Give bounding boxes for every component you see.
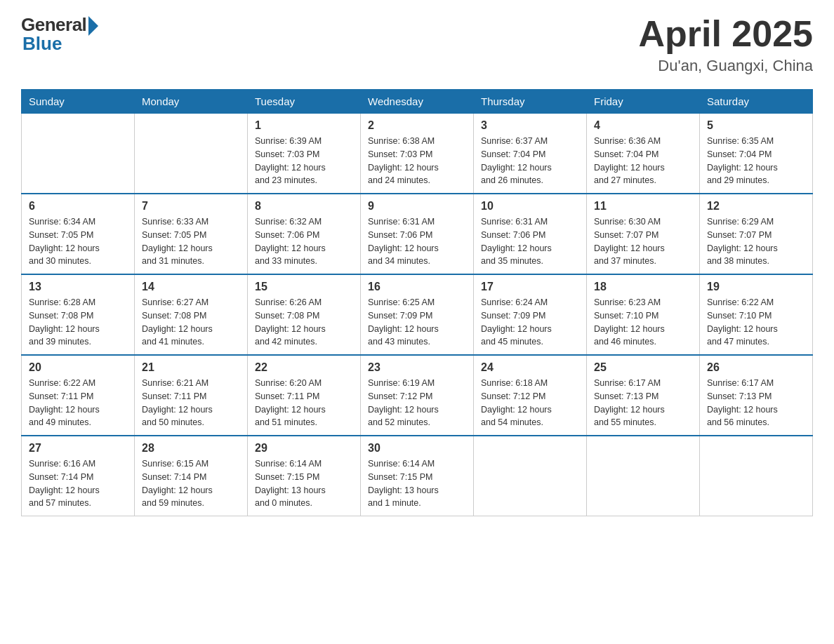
day-number: 27 <box>29 442 127 455</box>
day-number: 17 <box>481 281 579 293</box>
day-cell: 19Sunrise: 6:22 AMSunset: 7:10 PMDayligh… <box>700 274 813 355</box>
day-cell: 29Sunrise: 6:14 AMSunset: 7:15 PMDayligh… <box>248 436 361 516</box>
day-info: Sunrise: 6:38 AMSunset: 7:03 PMDaylight:… <box>368 135 466 187</box>
day-number: 18 <box>594 281 692 293</box>
day-cell: 9Sunrise: 6:31 AMSunset: 7:06 PMDaylight… <box>361 194 474 274</box>
day-number: 19 <box>707 281 805 293</box>
day-number: 9 <box>368 200 466 213</box>
day-info: Sunrise: 6:26 AMSunset: 7:08 PMDaylight:… <box>255 296 353 349</box>
day-cell: 21Sunrise: 6:21 AMSunset: 7:11 PMDayligh… <box>135 355 248 436</box>
day-cell: 3Sunrise: 6:37 AMSunset: 7:04 PMDaylight… <box>474 114 587 194</box>
page-header: General Blue April 2025 Du'an, Guangxi, … <box>21 14 813 75</box>
day-info: Sunrise: 6:36 AMSunset: 7:04 PMDaylight:… <box>594 135 692 187</box>
day-info: Sunrise: 6:15 AMSunset: 7:14 PMDaylight:… <box>142 457 240 510</box>
day-info: Sunrise: 6:17 AMSunset: 7:13 PMDaylight:… <box>594 377 692 429</box>
day-cell: 20Sunrise: 6:22 AMSunset: 7:11 PMDayligh… <box>22 355 135 436</box>
day-number: 2 <box>368 119 466 132</box>
day-info: Sunrise: 6:32 AMSunset: 7:06 PMDaylight:… <box>255 215 353 268</box>
weekday-header-tuesday: Tuesday <box>248 90 361 114</box>
day-cell: 8Sunrise: 6:32 AMSunset: 7:06 PMDaylight… <box>248 194 361 274</box>
week-row-4: 20Sunrise: 6:22 AMSunset: 7:11 PMDayligh… <box>22 355 813 436</box>
day-info: Sunrise: 6:31 AMSunset: 7:06 PMDaylight:… <box>481 215 579 268</box>
weekday-header-friday: Friday <box>587 90 700 114</box>
day-number: 26 <box>707 361 805 374</box>
day-number: 4 <box>594 119 692 132</box>
day-info: Sunrise: 6:14 AMSunset: 7:15 PMDaylight:… <box>255 457 353 510</box>
weekday-header-row: SundayMondayTuesdayWednesdayThursdayFrid… <box>22 90 813 114</box>
day-info: Sunrise: 6:33 AMSunset: 7:05 PMDaylight:… <box>142 215 240 268</box>
day-cell <box>700 436 813 516</box>
day-number: 16 <box>368 281 466 293</box>
day-cell: 28Sunrise: 6:15 AMSunset: 7:14 PMDayligh… <box>135 436 248 516</box>
day-info: Sunrise: 6:14 AMSunset: 7:15 PMDaylight:… <box>368 457 466 510</box>
day-cell: 11Sunrise: 6:30 AMSunset: 7:07 PMDayligh… <box>587 194 700 274</box>
day-cell: 4Sunrise: 6:36 AMSunset: 7:04 PMDaylight… <box>587 114 700 194</box>
day-info: Sunrise: 6:23 AMSunset: 7:10 PMDaylight:… <box>594 296 692 349</box>
day-number: 5 <box>707 119 805 132</box>
day-info: Sunrise: 6:22 AMSunset: 7:11 PMDaylight:… <box>29 377 127 429</box>
day-number: 23 <box>368 361 466 374</box>
day-cell: 7Sunrise: 6:33 AMSunset: 7:05 PMDaylight… <box>135 194 248 274</box>
weekday-header-sunday: Sunday <box>22 90 135 114</box>
day-info: Sunrise: 6:35 AMSunset: 7:04 PMDaylight:… <box>707 135 805 187</box>
day-cell <box>587 436 700 516</box>
day-info: Sunrise: 6:16 AMSunset: 7:14 PMDaylight:… <box>29 457 127 510</box>
day-number: 6 <box>29 200 127 213</box>
day-cell: 30Sunrise: 6:14 AMSunset: 7:15 PMDayligh… <box>361 436 474 516</box>
day-cell: 6Sunrise: 6:34 AMSunset: 7:05 PMDaylight… <box>22 194 135 274</box>
day-cell <box>22 114 135 194</box>
weekday-header-thursday: Thursday <box>474 90 587 114</box>
day-info: Sunrise: 6:29 AMSunset: 7:07 PMDaylight:… <box>707 215 805 268</box>
logo-blue-text: Blue <box>21 33 62 55</box>
day-number: 15 <box>255 281 353 293</box>
day-info: Sunrise: 6:27 AMSunset: 7:08 PMDaylight:… <box>142 296 240 349</box>
day-info: Sunrise: 6:25 AMSunset: 7:09 PMDaylight:… <box>368 296 466 349</box>
week-row-1: 1Sunrise: 6:39 AMSunset: 7:03 PMDaylight… <box>22 114 813 194</box>
logo-triangle-icon <box>88 16 98 36</box>
day-number: 1 <box>255 119 353 132</box>
day-cell: 26Sunrise: 6:17 AMSunset: 7:13 PMDayligh… <box>700 355 813 436</box>
title-block: April 2025 Du'an, Guangxi, China <box>638 14 813 75</box>
calendar-table: SundayMondayTuesdayWednesdayThursdayFrid… <box>21 89 813 516</box>
day-info: Sunrise: 6:37 AMSunset: 7:04 PMDaylight:… <box>481 135 579 187</box>
day-cell: 5Sunrise: 6:35 AMSunset: 7:04 PMDaylight… <box>700 114 813 194</box>
day-number: 20 <box>29 361 127 374</box>
day-number: 11 <box>594 200 692 213</box>
day-cell: 23Sunrise: 6:19 AMSunset: 7:12 PMDayligh… <box>361 355 474 436</box>
day-cell: 12Sunrise: 6:29 AMSunset: 7:07 PMDayligh… <box>700 194 813 274</box>
day-info: Sunrise: 6:34 AMSunset: 7:05 PMDaylight:… <box>29 215 127 268</box>
day-info: Sunrise: 6:20 AMSunset: 7:11 PMDaylight:… <box>255 377 353 429</box>
day-cell: 14Sunrise: 6:27 AMSunset: 7:08 PMDayligh… <box>135 274 248 355</box>
day-number: 28 <box>142 442 240 455</box>
day-cell: 13Sunrise: 6:28 AMSunset: 7:08 PMDayligh… <box>22 274 135 355</box>
day-cell: 27Sunrise: 6:16 AMSunset: 7:14 PMDayligh… <box>22 436 135 516</box>
day-info: Sunrise: 6:24 AMSunset: 7:09 PMDaylight:… <box>481 296 579 349</box>
calendar-location: Du'an, Guangxi, China <box>638 57 813 75</box>
day-cell: 24Sunrise: 6:18 AMSunset: 7:12 PMDayligh… <box>474 355 587 436</box>
day-number: 21 <box>142 361 240 374</box>
day-info: Sunrise: 6:18 AMSunset: 7:12 PMDaylight:… <box>481 377 579 429</box>
day-number: 29 <box>255 442 353 455</box>
day-cell <box>474 436 587 516</box>
day-number: 30 <box>368 442 466 455</box>
logo: General Blue <box>21 14 98 55</box>
day-cell: 2Sunrise: 6:38 AMSunset: 7:03 PMDaylight… <box>361 114 474 194</box>
day-number: 22 <box>255 361 353 374</box>
day-number: 25 <box>594 361 692 374</box>
day-cell: 1Sunrise: 6:39 AMSunset: 7:03 PMDaylight… <box>248 114 361 194</box>
day-info: Sunrise: 6:30 AMSunset: 7:07 PMDaylight:… <box>594 215 692 268</box>
day-info: Sunrise: 6:39 AMSunset: 7:03 PMDaylight:… <box>255 135 353 187</box>
calendar-title: April 2025 <box>638 14 813 54</box>
day-info: Sunrise: 6:22 AMSunset: 7:10 PMDaylight:… <box>707 296 805 349</box>
day-number: 8 <box>255 200 353 213</box>
weekday-header-monday: Monday <box>135 90 248 114</box>
day-cell: 25Sunrise: 6:17 AMSunset: 7:13 PMDayligh… <box>587 355 700 436</box>
day-info: Sunrise: 6:17 AMSunset: 7:13 PMDaylight:… <box>707 377 805 429</box>
day-cell: 22Sunrise: 6:20 AMSunset: 7:11 PMDayligh… <box>248 355 361 436</box>
day-cell: 16Sunrise: 6:25 AMSunset: 7:09 PMDayligh… <box>361 274 474 355</box>
week-row-3: 13Sunrise: 6:28 AMSunset: 7:08 PMDayligh… <box>22 274 813 355</box>
week-row-2: 6Sunrise: 6:34 AMSunset: 7:05 PMDaylight… <box>22 194 813 274</box>
day-info: Sunrise: 6:31 AMSunset: 7:06 PMDaylight:… <box>368 215 466 268</box>
day-cell: 10Sunrise: 6:31 AMSunset: 7:06 PMDayligh… <box>474 194 587 274</box>
day-cell: 18Sunrise: 6:23 AMSunset: 7:10 PMDayligh… <box>587 274 700 355</box>
